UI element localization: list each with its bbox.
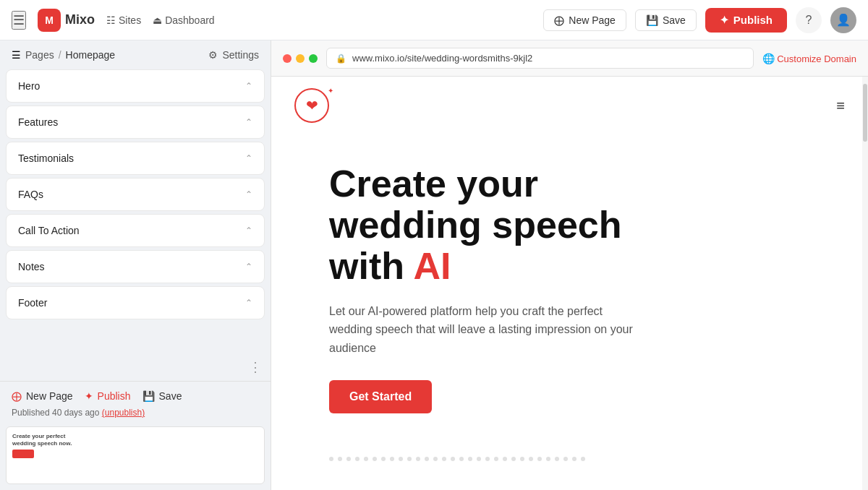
logo-text: Mixo	[65, 12, 95, 27]
dot	[485, 457, 490, 461]
sidebar-header: ☰ Pages / Homepage ⚙ Settings	[0, 40, 271, 69]
chevron-up-icon: ⌃	[245, 225, 252, 236]
logo-icon: M	[38, 9, 61, 32]
section-item-label: FAQs	[18, 189, 43, 200]
breadcrumb: ☰ Pages / Homepage	[12, 49, 115, 61]
save-button[interactable]: 💾 Save	[635, 9, 697, 31]
sidebar-bottom: ⨁ New Page ✦ Publish 💾 Save Published 40…	[0, 381, 271, 426]
section-item-label: Call To Action	[18, 225, 80, 236]
customize-domain-button[interactable]: 🌐 Customize Domain	[762, 53, 856, 64]
avatar[interactable]: 👤	[830, 7, 856, 33]
sections-list: Hero ⌃ Features ⌃ Testimonials ⌃ FAQs ⌃ …	[0, 69, 271, 356]
site-nav: ❤ ≡	[271, 77, 868, 134]
thumb-text: Create your perfectwedding speech now.	[12, 433, 258, 447]
published-info: Published 40 days ago (unpublish)	[12, 408, 259, 418]
save-label: Save	[663, 14, 686, 26]
section-item[interactable]: Footer ⌃	[6, 286, 265, 319]
main-layout: ☰ Pages / Homepage ⚙ Settings Hero ⌃ Fea…	[0, 40, 868, 490]
dot	[407, 457, 412, 461]
section-item[interactable]: Notes ⌃	[6, 250, 265, 283]
sidebar-save-button[interactable]: 💾 Save	[142, 390, 182, 402]
dot	[494, 457, 498, 461]
plus-icon: ⨁	[554, 14, 564, 26]
section-item[interactable]: Hero ⌃	[6, 69, 265, 103]
breadcrumb-current: Homepage	[66, 49, 116, 61]
url-text: www.mixo.io/site/wedding-wordsmiths-9kjl…	[352, 53, 532, 64]
chevron-up-icon: ⌃	[245, 117, 252, 127]
dot	[399, 457, 403, 461]
dashboard-link[interactable]: ⏏ Dashboard	[153, 14, 215, 26]
thumb-cta-bar	[12, 450, 34, 458]
sites-icon: ☷	[106, 14, 116, 26]
dashboard-label: Dashboard	[165, 14, 215, 26]
dot	[425, 457, 429, 461]
chevron-up-icon: ⌃	[245, 262, 252, 272]
save-icon: 💾	[646, 14, 658, 26]
dot	[537, 457, 542, 461]
dot	[364, 457, 368, 461]
browser-dot-red	[283, 54, 292, 63]
dot	[329, 457, 333, 461]
section-item[interactable]: Testimonials ⌃	[6, 142, 265, 175]
dot	[442, 457, 446, 461]
dot	[338, 457, 342, 461]
help-button[interactable]: ?	[796, 7, 822, 33]
chevron-up-icon: ⌃	[245, 153, 252, 163]
dot	[416, 457, 420, 461]
breadcrumb-icon: ☰	[12, 49, 21, 61]
cta-label: Get Started	[349, 390, 412, 403]
more-options-button[interactable]: ⋮	[246, 356, 265, 378]
breadcrumb-separator: /	[59, 49, 61, 61]
new-page-button[interactable]: ⨁ New Page	[543, 9, 626, 31]
hero-title-ai: AI	[414, 245, 451, 287]
gear-icon: ⚙	[208, 49, 218, 61]
publish-label: Publish	[733, 14, 773, 26]
hamburger-button[interactable]: ☰	[12, 11, 26, 30]
section-item[interactable]: FAQs ⌃	[6, 178, 265, 211]
dot	[511, 457, 516, 461]
breadcrumb-pages[interactable]: Pages	[25, 49, 54, 61]
dot	[346, 457, 351, 461]
unpublish-link[interactable]: (unpublish)	[102, 408, 145, 418]
sites-link[interactable]: ☷ Sites	[106, 14, 141, 26]
browser-dots	[283, 54, 318, 63]
sidebar-new-page-button[interactable]: ⨁ New Page	[12, 390, 73, 402]
sidebar-publish-label: Publish	[98, 390, 131, 402]
new-page-label: New Page	[569, 14, 616, 26]
section-item-label: Features	[18, 116, 58, 128]
dot	[546, 457, 550, 461]
dot	[555, 457, 559, 461]
hero-title-line2: wedding speech	[329, 204, 622, 246]
section-item-label: Footer	[18, 297, 47, 309]
scrollbar[interactable]	[862, 77, 868, 490]
publish-button[interactable]: ✦ Publish	[705, 8, 787, 33]
dashboard-icon: ⏏	[153, 14, 162, 26]
chevron-up-icon: ⌃	[245, 81, 252, 91]
site-thumbnail: Create your perfectwedding speech now.	[6, 426, 265, 484]
dot	[572, 457, 576, 461]
dot	[373, 457, 377, 461]
sidebar-publish-button[interactable]: ✦ Publish	[85, 390, 131, 402]
dot	[381, 457, 386, 461]
browser-body: ❤ ≡ Create your wedding speech with AI L…	[271, 77, 868, 490]
section-item-label: Hero	[18, 80, 40, 92]
browser-preview: 🔒 www.mixo.io/site/wedding-wordsmiths-9k…	[271, 40, 868, 490]
hero-title-line3: with	[329, 245, 414, 287]
settings-button[interactable]: ⚙ Settings	[208, 49, 259, 61]
hero-title: Create your wedding speech with AI	[329, 163, 810, 288]
hero-cta-button[interactable]: Get Started	[329, 380, 432, 413]
top-nav: ☰ M Mixo ☷ Sites ⏏ Dashboard ⨁ New Page …	[0, 0, 868, 40]
site-hamburger-icon: ≡	[836, 98, 845, 114]
sidebar-plus-icon: ⨁	[12, 390, 22, 402]
section-item-label: Notes	[18, 261, 45, 272]
url-bar[interactable]: 🔒 www.mixo.io/site/wedding-wordsmiths-9k…	[326, 48, 754, 69]
scrollbar-thumb	[863, 84, 867, 142]
section-item[interactable]: Call To Action ⌃	[6, 214, 265, 247]
section-item[interactable]: Features ⌃	[6, 106, 265, 139]
dot	[563, 457, 568, 461]
sidebar-publish-icon: ✦	[85, 390, 93, 402]
chevron-up-icon: ⌃	[245, 298, 252, 308]
dot	[451, 457, 455, 461]
dot	[529, 457, 533, 461]
hero-title-line1: Create your	[329, 163, 538, 205]
